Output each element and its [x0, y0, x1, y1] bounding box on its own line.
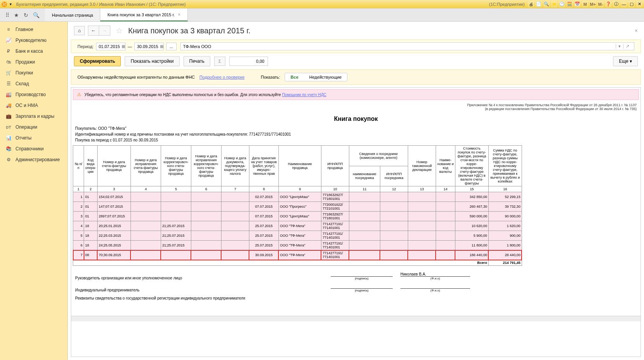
maximize-icon[interactable]: ▢	[629, 1, 635, 7]
search2-icon[interactable]: 🔍	[33, 12, 39, 18]
th-11a: наименование посредника	[349, 166, 380, 186]
more-button[interactable]: Еще ▾	[613, 56, 638, 66]
info-link[interactable]: Подробнее о проверке	[199, 75, 244, 79]
sig-l1: Руководитель организации или иное уполно…	[75, 276, 323, 280]
note1: Приложение № 4 к постановлению Правитель…	[75, 103, 637, 107]
sig-fio1: (Ф.и.о)	[400, 277, 470, 280]
toggle-bad[interactable]: Недействующие	[304, 73, 347, 81]
top-tabs: ⠿ ★ ↻ 🔍 Начальная страница Книга покупок…	[0, 9, 644, 22]
sidebar-label: Зарплата и кадры	[15, 114, 54, 119]
sidebar-item-8[interactable]: 💼Зарплата и кадры	[0, 111, 67, 122]
org-value: ТФ-Мега ООО	[183, 44, 616, 49]
table-row[interactable]: 61824;25.05.201521;25.07.201525.07.2015О…	[73, 241, 522, 250]
sum-input[interactable]: 0,00	[229, 57, 268, 66]
close-icon[interactable]: ✕	[636, 1, 642, 7]
warn-text: Убедитесь, что регламентные операции по …	[84, 93, 282, 97]
print-icon[interactable]: 🖨	[528, 1, 534, 7]
org-input[interactable]: ТФ-Мега ООО ▾ ↗	[180, 42, 634, 50]
sig-fio2: (Ф.и.о)	[400, 289, 470, 292]
table-row[interactable]: 70870;30.09.201530.09.2015ООО "ТФ-Мега"7…	[73, 250, 522, 260]
sidebar-item-6[interactable]: 🏭Производство	[0, 89, 67, 100]
sidebar-item-2[interactable]: ₽Банк и касса	[0, 46, 67, 57]
th-1: № п/п	[73, 146, 84, 186]
sidebar-item-3[interactable]: 🛍Продажи	[0, 57, 67, 67]
th-2: Код вида опера-ции	[84, 146, 98, 186]
report-area[interactable]: ⚠ Убедитесь, что регламентные операции п…	[71, 87, 641, 357]
horizontal-scrollbar[interactable]	[71, 316, 641, 321]
toggle-all[interactable]: Все	[285, 73, 304, 81]
forward-button[interactable]: →	[99, 26, 110, 35]
show-label: Показать:	[261, 75, 280, 79]
tab-book[interactable]: Книга покупок за 3 квартал 2015 г. ×	[100, 9, 188, 21]
app-icon: 1c	[2, 2, 7, 7]
sidebar: ≡Главное📈Руководителю₽Банк и касса🛍Прода…	[0, 22, 68, 360]
th-5: Номер и дата корректировоч-ного счета-фа…	[161, 146, 191, 186]
sidebar-item-1[interactable]: 📈Руководителю	[0, 35, 67, 46]
sidebar-label: Операции	[15, 124, 37, 130]
clock-icon[interactable]: 🕐	[559, 1, 565, 7]
table-row[interactable]: 51822;25.03.201521;25.07.201525.07.2015О…	[73, 231, 522, 241]
dash: —	[128, 44, 132, 49]
org-dropdown-icon[interactable]: ▾	[616, 44, 623, 49]
doc-icon[interactable]: 📄	[536, 1, 542, 7]
table-row[interactable]: 41820;25.01.201521;25.07.201525.07.2015О…	[73, 221, 522, 231]
print-button[interactable]: Печать	[184, 56, 210, 66]
home-button[interactable]: ⌂	[74, 26, 85, 35]
table-row[interactable]: 201147;07.07.201507.07.2015ООО "Прогресс…	[73, 202, 522, 212]
period-line: Покупка за период с 01.07.2015 по 30.09.…	[71, 137, 641, 143]
cal-icon[interactable]: 📅	[574, 1, 580, 7]
settings-button[interactable]: Показать настройки	[125, 56, 179, 66]
sidebar-item-11[interactable]: 📚Справочники	[0, 143, 67, 154]
inn-line: Идентификационный номер и код причины по…	[71, 131, 641, 137]
history-icon[interactable]: ↻	[24, 12, 28, 18]
table-row[interactable]: 3012897;07.07.201507.07.2015ООО "ЦентрМа…	[73, 212, 522, 221]
search-icon[interactable]: 🔍	[543, 1, 550, 7]
info-text: Обнаружены недействующие контрагенты по …	[77, 75, 195, 79]
date-to-value: 30.09.2015	[137, 44, 158, 49]
period-picker-button[interactable]: ...	[166, 43, 177, 50]
sidebar-label: Банк и касса	[15, 48, 43, 54]
calc-icon[interactable]: 🧮	[567, 1, 573, 7]
sidebar-item-7[interactable]: 🚚ОС и НМА	[0, 100, 67, 111]
warn-link[interactable]: Помощник по учету НДС	[282, 93, 326, 97]
sidebar-item-0[interactable]: ≡Главное	[0, 24, 67, 35]
calendar-icon[interactable]: ▦	[122, 44, 125, 48]
period-label: Период:	[77, 44, 94, 49]
table-row[interactable]: 101154;02.07.201502.07.2015ООО "ЦентрМаш…	[73, 192, 522, 202]
star-icon[interactable]: ⭐	[551, 1, 557, 7]
sidebar-item-5[interactable]: ☰Склад	[0, 78, 67, 89]
tab-close-icon[interactable]: ×	[178, 12, 180, 17]
date-to-input[interactable]: 30.09.2015 ▦	[134, 43, 164, 50]
info-icon[interactable]: ⓘ	[613, 1, 619, 7]
dropdown-icon[interactable]: ▾	[8, 2, 13, 7]
sidebar-item-9[interactable]: ᴅᴛОперации	[0, 122, 67, 133]
back-button[interactable]: ←	[88, 26, 99, 35]
org-open-icon[interactable]: ↗	[623, 44, 632, 49]
buyer-line: Покупатель: ООО "ТФ-Мега"	[71, 126, 641, 131]
sig-line2: (подпись)	[331, 288, 393, 292]
sidebar-label: Главное	[15, 27, 33, 32]
sidebar-item-12[interactable]: ⚙Администрирование	[0, 154, 67, 165]
note2: (в редакции постановления Правительства …	[75, 107, 637, 111]
help-icon[interactable]: ❓	[605, 1, 611, 7]
m-plus-btn[interactable]: M+	[590, 1, 596, 7]
favorite-icon[interactable]: ★	[14, 12, 19, 18]
sig-name: Николаев В.А.	[400, 272, 470, 277]
date-from-input[interactable]: 01.07.2015 ▦	[96, 43, 125, 50]
sidebar-item-10[interactable]: 📊Отчеты	[0, 133, 67, 143]
form-button[interactable]: Сформировать	[74, 56, 121, 66]
th-4: Номер и дата исправления счета-фактуры п…	[131, 146, 161, 186]
m-btn[interactable]: M	[582, 1, 588, 7]
apps-icon[interactable]: ⠿	[5, 12, 9, 18]
sidebar-icon: 🏭	[5, 92, 12, 97]
page-close-icon[interactable]: ×	[635, 28, 638, 34]
m-minus-btn[interactable]: M-	[598, 1, 604, 7]
sidebar-item-4[interactable]: 🛒Покупки	[0, 67, 67, 78]
sidebar-label: Руководителю	[15, 38, 46, 43]
minimize-icon[interactable]: —	[621, 1, 627, 7]
favorite-star-icon[interactable]: ☆	[116, 26, 123, 35]
total-row: Всего214 791,45	[73, 260, 522, 266]
th-11: Сведения о посреднике (комиссионере, аге…	[349, 146, 408, 166]
calendar-icon[interactable]: ▦	[160, 44, 163, 48]
tab-start[interactable]: Начальная страница	[45, 9, 100, 21]
